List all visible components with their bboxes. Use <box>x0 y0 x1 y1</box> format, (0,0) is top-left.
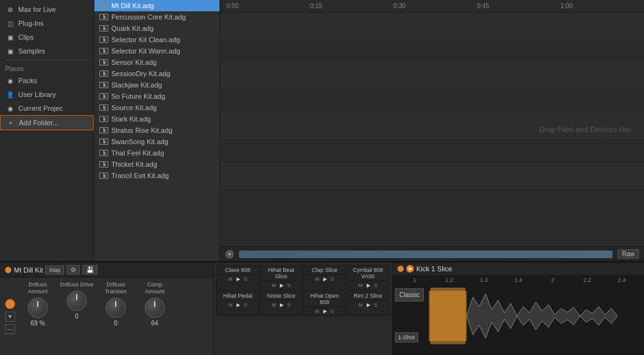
sidebar-item-user-library[interactable]: 👤 User Library <box>0 87 94 101</box>
list-item[interactable]: That Feel Kit.adg <box>94 147 219 159</box>
pad-name: Noise Slice <box>260 291 302 301</box>
pad-play-button[interactable]: ▶ <box>365 283 372 288</box>
pad-row: Hihat Pedal M ▶ S Noise Slice M ▶ S Hiha… <box>216 291 389 316</box>
list-item[interactable]: Trancil Exit Kit.adg <box>94 170 219 181</box>
knob-drbuss-drive[interactable] <box>67 291 87 311</box>
list-item[interactable]: Mt Dill Kit.adg <box>94 0 219 11</box>
main-area: 0:00 0:15 0:30 0:45 1:00 Drop Files and … <box>220 0 644 261</box>
knob-drbuss-amount[interactable] <box>28 298 48 318</box>
pad-mute-button[interactable]: M <box>357 302 364 308</box>
sidebar-item-plugins[interactable]: ◫ Plug-Ins <box>0 16 94 30</box>
pad-play-button[interactable]: ▶ <box>322 308 328 314</box>
pad-solo-button[interactable]: S <box>330 276 335 282</box>
pad-mute-button[interactable]: M <box>227 302 234 308</box>
waveform-label: 1 <box>397 277 432 283</box>
device2-play-button[interactable]: ▶ <box>406 265 414 273</box>
list-item[interactable]: Selector Kit Clean.adg <box>94 34 219 45</box>
pad-solo-button[interactable]: S <box>373 283 379 288</box>
file-icon <box>99 82 108 88</box>
waveform-label: 1.2 <box>432 277 467 283</box>
device2-header: ▶ Kick 1 Slice <box>392 262 644 276</box>
pad-cell-clave: Clave 808 M ▶ S <box>216 265 259 290</box>
pad-mute-button[interactable]: M <box>314 276 321 282</box>
pad-solo-button[interactable]: S <box>373 302 379 308</box>
pad-solo-button[interactable]: S <box>286 283 292 288</box>
knob-group-comp-amount: Comp Amount 64 <box>136 280 174 352</box>
file-icon <box>99 3 108 9</box>
list-item[interactable]: Sensor Kit.adg <box>94 57 219 68</box>
pad-name: Hihat Pedal <box>217 291 258 301</box>
timeline-marker: 0:15 <box>310 3 394 9</box>
device-panel-mt-dill-kit: Mt Dill Kit Map ⚙ 💾 ▼ — DrBuss Amount 69… <box>0 262 214 355</box>
pad-play-button[interactable]: ▶ <box>235 276 242 282</box>
sidebar-item-packs[interactable]: ◉ Packs <box>0 74 94 87</box>
device-settings-button[interactable]: ⚙ <box>67 265 80 274</box>
list-item[interactable]: SwanSong Kit.adg <box>94 136 219 147</box>
list-item[interactable]: Stratus Rise Kit.adg <box>94 125 219 136</box>
pad-mute-button[interactable]: M <box>270 302 277 308</box>
file-icon <box>99 14 108 20</box>
pad-play-button[interactable]: ▶ <box>365 302 372 308</box>
pad-buttons: M ▶ S <box>304 275 345 283</box>
map-button[interactable]: Map <box>45 266 64 274</box>
pad-solo-button[interactable]: S <box>330 308 335 314</box>
raw-button[interactable]: Raw <box>618 249 639 259</box>
knob-drbuss-transient[interactable] <box>106 298 126 318</box>
file-icon <box>99 150 108 156</box>
knob-comp-amount[interactable] <box>145 298 165 318</box>
pad-solo-button[interactable]: S <box>243 276 248 282</box>
file-list: Mt Dill Kit.adg Percussion Core Kit.adg … <box>94 0 220 261</box>
sidebar-item-samples[interactable]: ▣ Samples <box>0 44 94 58</box>
device-option-button[interactable]: — <box>5 324 15 334</box>
classic-button[interactable]: Classic <box>395 288 424 301</box>
pad-mute-button[interactable]: M <box>357 283 364 288</box>
pad-solo-button[interactable]: S <box>286 302 292 308</box>
drop-zone-text: Drop Files and Devices Her <box>539 125 631 134</box>
sidebar-divider <box>5 60 89 60</box>
pad-name: Clap Slice <box>304 266 345 275</box>
sidebar-item-clips[interactable]: ▣ Clips <box>0 30 94 44</box>
pad-buttons: M ▶ S <box>304 307 345 315</box>
device2-active-dot <box>397 266 404 272</box>
list-item[interactable]: Percussion Core Kit.adg <box>94 11 219 23</box>
list-item[interactable]: Quark Kit.adg <box>94 23 219 34</box>
device-active-dot <box>5 267 11 273</box>
pad-name: Hihat Beat Slice <box>260 266 302 281</box>
pad-cell-rim2: Rim 2 Slice M ▶ S <box>347 291 389 316</box>
list-item[interactable]: Source Kit.adg <box>94 102 219 113</box>
oneshot-button[interactable]: 1-Shot <box>395 332 418 342</box>
list-item[interactable]: Stark Kit.adg <box>94 113 219 125</box>
pad-mute-button[interactable]: M <box>314 308 321 314</box>
file-icon <box>99 127 108 133</box>
device-power-button[interactable] <box>5 299 15 309</box>
device-name: Mt Dill Kit <box>14 266 43 274</box>
list-item[interactable]: Thicket Kit.adg <box>94 159 219 170</box>
device2-name: Kick 1 Slice <box>416 265 452 273</box>
pad-play-button[interactable]: ▶ <box>279 283 285 288</box>
pad-solo-button[interactable]: S <box>243 302 248 308</box>
sidebar-item-current-project[interactable]: ◉ Current Projec <box>0 101 94 115</box>
list-item[interactable]: So Future Kit.adg <box>94 91 219 102</box>
device-fold-button[interactable]: ▼ <box>5 312 15 322</box>
list-item[interactable]: Selector Kit Warm.adg <box>94 45 219 57</box>
pad-play-button[interactable]: ▶ <box>235 302 242 308</box>
knob-value: 69 % <box>31 320 45 327</box>
list-item[interactable]: SessionDry Kit.adg <box>94 68 219 79</box>
pad-play-button[interactable]: ▶ <box>279 302 285 308</box>
max-icon: ⚙ <box>5 4 15 14</box>
device-controls: ▼ — DrBuss Amount 69 % DrBuss Drive 0 Dr… <box>0 278 213 355</box>
sidebar-item-add-folder[interactable]: + Add Folder... <box>0 115 94 130</box>
pad-play-button[interactable]: ▶ <box>322 276 328 282</box>
preview-play-button[interactable]: ● <box>225 250 234 259</box>
waveform-bar <box>239 251 613 258</box>
file-icon <box>99 161 108 167</box>
pad-mute-button[interactable]: M <box>227 276 234 282</box>
sidebar-item-max-for-live[interactable]: ⚙ Max for Live <box>0 3 94 16</box>
add-folder-icon: + <box>6 118 16 128</box>
pad-mute-button[interactable]: M <box>270 283 277 288</box>
device-save-button[interactable]: 💾 <box>82 265 97 274</box>
list-item[interactable]: Slackjaw Kit.adg <box>94 79 219 91</box>
track-row <box>220 88 644 113</box>
file-icon <box>99 37 108 43</box>
knob-group-drbuss-drive: DrBuss Drive 0 <box>58 280 96 352</box>
